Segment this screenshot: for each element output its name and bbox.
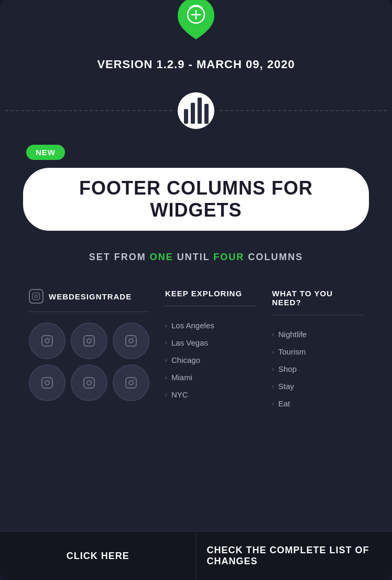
col2-title: KEEP EXPLORING	[165, 289, 256, 306]
svg-rect-21	[126, 378, 136, 388]
chevron-icon: ›	[272, 383, 274, 390]
ig-thumb-6	[113, 364, 149, 401]
list-item: ›Tourism	[272, 343, 363, 360]
version-label: VERSION 1.2.9 - MARCH 09, 2020	[97, 58, 295, 71]
bottom-bar: CLICK HERE CHECK THE COMPLETE LIST OF CH…	[0, 531, 392, 580]
subtitle-after: COLUMNS	[244, 252, 303, 262]
chevron-icon: ›	[272, 331, 274, 338]
svg-rect-9	[84, 336, 94, 346]
subtitle-one: ONE	[150, 252, 173, 262]
check-changes-label: CHECK THE COMPLETE LIST OF CHANGES	[207, 545, 382, 567]
click-here-label: CLICK HERE	[67, 551, 129, 562]
chevron-icon: ›	[165, 357, 167, 364]
feature-title: FOOTER COLUMNS FOR WIDGETS	[49, 177, 343, 221]
list-item: ›Eat	[272, 395, 363, 412]
ig-thumb-5	[71, 364, 107, 401]
subtitle-before: SET FROM	[89, 252, 150, 262]
col3-title: WHAT TO YOU NEED?	[272, 289, 363, 315]
pin-icon	[175, 0, 217, 42]
ig-thumb-4	[29, 364, 66, 401]
new-badge: NEW	[26, 145, 65, 160]
svg-point-16	[45, 381, 49, 385]
subtitle-middle: UNTIL	[173, 252, 214, 262]
chevron-icon: ›	[165, 391, 167, 399]
svg-rect-15	[42, 378, 52, 388]
main-card: VERSION 1.2.9 - MARCH 09, 2020 NEW FOOTE…	[0, 0, 392, 580]
instagram-icon	[29, 289, 43, 304]
exploring-list: ›Los Angeles ›Las Vegas ›Chicago ›Miami …	[165, 317, 256, 403]
list-item: ›NYC	[165, 386, 256, 403]
ig-grid	[29, 323, 149, 401]
ig-thumb-3	[113, 323, 149, 359]
dashed-line-right	[220, 110, 387, 111]
svg-point-5	[38, 294, 38, 295]
svg-point-8	[50, 338, 51, 339]
list-item: ›Chicago	[165, 351, 256, 369]
chevron-icon: ›	[272, 366, 274, 373]
chevron-icon: ›	[165, 339, 167, 347]
svg-point-10	[87, 339, 91, 343]
svg-point-22	[129, 381, 133, 385]
chevron-icon: ›	[272, 400, 274, 407]
svg-rect-12	[126, 336, 136, 346]
chevron-icon: ›	[165, 374, 167, 381]
footer-preview: WEBDESIGNTRADE	[0, 289, 392, 531]
svg-rect-3	[32, 293, 39, 299]
chevron-icon: ›	[165, 322, 167, 329]
footer-columns: WEBDESIGNTRADE	[21, 289, 371, 412]
bar-3	[198, 98, 202, 124]
list-item: ›Los Angeles	[165, 317, 256, 334]
svg-point-20	[92, 380, 93, 381]
subtitle: SET FROM ONE UNTIL FOUR COLUMNS	[89, 252, 303, 263]
svg-rect-6	[42, 336, 52, 346]
click-here-button[interactable]: CLICK HERE	[0, 532, 197, 580]
bar-2	[191, 103, 195, 124]
bars-icon	[178, 92, 214, 129]
footer-col-exploring: KEEP EXPLORING ›Los Angeles ›Las Vegas ›…	[157, 289, 264, 412]
list-item: ›Shop	[272, 360, 363, 378]
subtitle-four: FOUR	[213, 252, 244, 262]
svg-point-4	[35, 295, 37, 297]
svg-point-23	[134, 380, 135, 381]
footer-col-needs: WHAT TO YOU NEED? ›Nightlife ›Tourism ›S…	[264, 289, 371, 412]
bar-1	[184, 109, 188, 124]
col1-title: WEBDESIGNTRADE	[29, 289, 149, 312]
list-item: ›Miami	[165, 369, 256, 386]
list-item: ›Stay	[272, 378, 363, 395]
ig-thumb-2	[71, 323, 107, 359]
svg-rect-18	[84, 378, 94, 388]
svg-point-7	[45, 339, 49, 343]
ig-thumb-1	[29, 323, 66, 359]
list-item: ›Las Vegas	[165, 334, 256, 351]
svg-point-19	[87, 381, 91, 385]
svg-point-13	[129, 339, 133, 343]
feature-title-wrapper: FOOTER COLUMNS FOR WIDGETS	[23, 168, 369, 231]
footer-col-instagram: WEBDESIGNTRADE	[21, 289, 157, 412]
svg-point-17	[50, 380, 51, 381]
bar-4	[204, 104, 209, 124]
list-item: ›Nightlife	[272, 326, 363, 343]
divider-section	[0, 92, 392, 129]
chevron-icon: ›	[272, 348, 274, 356]
dashed-line-left	[5, 110, 172, 111]
needs-list: ›Nightlife ›Tourism ›Shop ›Stay ›Eat	[272, 326, 363, 412]
svg-point-11	[92, 338, 93, 339]
svg-point-14	[134, 338, 135, 339]
check-changes-button[interactable]: CHECK THE COMPLETE LIST OF CHANGES	[197, 532, 393, 580]
